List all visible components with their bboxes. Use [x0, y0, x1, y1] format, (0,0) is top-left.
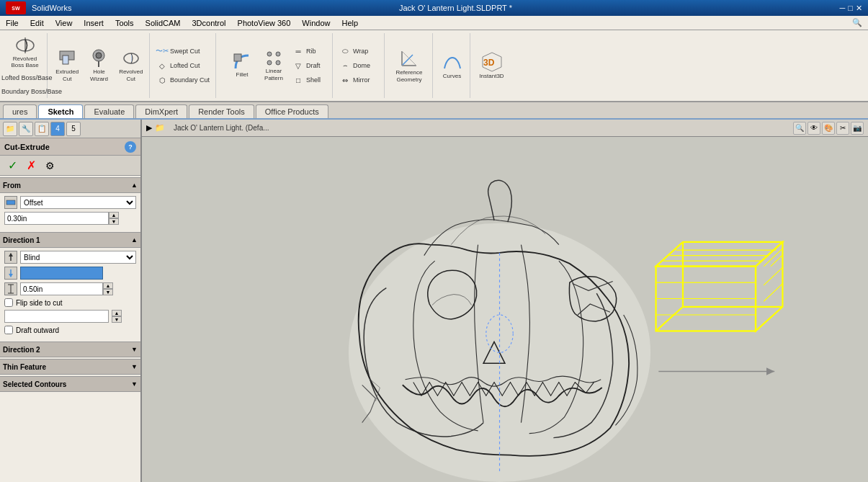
menu-help[interactable]: Help: [336, 17, 364, 29]
ok-button[interactable]: ✓: [4, 158, 20, 174]
menu-tools[interactable]: Tools: [109, 17, 140, 29]
tabs: ures Sketch Evaluate DimXpert Render Too…: [0, 102, 868, 120]
dir1-depth-spin-down[interactable]: ▼: [103, 289, 113, 295]
selected-contours-section[interactable]: Selected Contours ▼: [0, 376, 140, 392]
menu-solidcam[interactable]: SolidCAM: [140, 17, 187, 29]
file-title: Jack O' Lantern Light.SLDPRT *: [399, 4, 512, 12]
lofted-cut-btn[interactable]: ◇ Lofted Cut: [154, 59, 202, 72]
toolbar-group-instant3d: 3D Instant3D: [472, 33, 511, 98]
wrap-btn[interactable]: ⬭ Wrap: [337, 45, 370, 58]
cancel-button[interactable]: ✗: [23, 158, 39, 174]
vp-section-btn[interactable]: ✂: [836, 122, 849, 135]
maximize-btn[interactable]: □: [848, 4, 853, 13]
revolved-cut-btn[interactable]: Revolved Cut: [116, 45, 146, 86]
toolbar: Revolved Boss Base ◈ Lofted Boss/Base ⬡ …: [0, 30, 868, 102]
close-btn[interactable]: ✕: [856, 4, 862, 13]
dome-label: Dome: [353, 62, 370, 69]
from-spin-up[interactable]: ▲: [109, 212, 119, 218]
revolved-boss-btn[interactable]: Revolved Boss Base: [6, 33, 44, 71]
dir1-extra-spin-up[interactable]: ▲: [112, 310, 122, 316]
draft-btn[interactable]: ▽ Draft: [290, 59, 323, 72]
from-type-select[interactable]: Offset Sketch Plane Surface/Face/Plane V…: [20, 196, 136, 209]
hole-wizard-label: Hole Wizard: [85, 68, 112, 82]
viewport-title: Jack O' Lantern Light. (Defa...: [174, 124, 269, 132]
from-value-input[interactable]: 0.30in: [4, 212, 109, 225]
instant3d-btn[interactable]: 3D Instant3D: [473, 40, 511, 91]
menu-extra[interactable]: 🔍: [846, 17, 868, 29]
toolbar-group-cut: Extruded Cut Hole Wizard Revolved Cut: [49, 33, 150, 98]
curves-label: Curves: [443, 73, 461, 80]
dir2-section[interactable]: Direction 2 ▼: [0, 342, 140, 357]
hole-wizard-btn[interactable]: Hole Wizard: [84, 45, 114, 86]
curves-btn[interactable]: Curves: [436, 40, 468, 91]
linear-pattern-btn[interactable]: Linear Pattern: [259, 40, 289, 91]
ft-btn-1[interactable]: 📁: [3, 122, 17, 136]
tab-sketch[interactable]: Sketch: [38, 104, 83, 118]
shell-label: Shell: [306, 76, 321, 84]
dir1-extra-spinner-btns: ▲ ▼: [112, 310, 122, 323]
menu-window[interactable]: Window: [296, 17, 336, 29]
lofted-cut-icon: ◇: [156, 60, 168, 71]
dir1-extra-spin-down[interactable]: ▼: [112, 316, 122, 323]
ft-btn-2[interactable]: 🔧: [19, 122, 33, 136]
shell-btn[interactable]: □ Shell: [290, 73, 323, 86]
ft-btn-4[interactable]: 4: [50, 122, 65, 136]
ft-btn-5[interactable]: 5: [66, 122, 81, 136]
viewport[interactable]: ▶ 📁 Jack O' Lantern Light. (Defa... 🔍 👁 …: [142, 120, 868, 482]
wrap-icon: ⬭: [339, 45, 351, 57]
mirror-btn[interactable]: ⇔ Mirror: [337, 73, 372, 86]
tab-render[interactable]: Render Tools: [189, 104, 254, 118]
dome-btn[interactable]: ⌢ Dome: [337, 59, 372, 72]
dir1-type-select[interactable]: Blind Through All Through All - Both Up …: [20, 251, 136, 264]
fillet-btn[interactable]: Fillet: [227, 40, 257, 91]
from-section-header[interactable]: From ▲: [0, 177, 140, 193]
menu-3dcontrol[interactable]: 3Dcontrol: [186, 17, 231, 29]
svg-rect-3: [63, 55, 68, 64]
wrap-label: Wrap: [353, 48, 368, 55]
selected-contours-chevron: ▼: [131, 380, 138, 388]
solidworks-logo: SW: [6, 1, 26, 14]
menu-file[interactable]: File: [0, 17, 24, 29]
menu-photoview[interactable]: PhotoView 360: [232, 17, 297, 29]
menu-edit[interactable]: Edit: [24, 17, 50, 29]
flip-side-checkbox[interactable]: [4, 298, 13, 307]
lofted-boss-label: Lofted Boss/Base: [1, 74, 53, 81]
tab-office[interactable]: Office Products: [256, 104, 328, 118]
rib-draft-shell-group: ═ Rib ▽ Draft □ Shell: [290, 45, 323, 86]
tab-evaluate[interactable]: Evaluate: [84, 104, 134, 118]
vp-display-btn[interactable]: 🎨: [822, 122, 835, 135]
vp-view-btn[interactable]: 👁: [807, 122, 820, 135]
cut-extrude-header[interactable]: Cut-Extrude ?: [0, 138, 140, 156]
vp-camera-btn[interactable]: 📷: [851, 122, 864, 135]
preview-button[interactable]: ⚙: [42, 158, 58, 174]
menu-view[interactable]: View: [50, 17, 79, 29]
thin-feature-section[interactable]: Thin Feature ▼: [0, 359, 140, 375]
dir1-depth-icon: [4, 282, 17, 295]
tab-features[interactable]: ures: [3, 104, 37, 118]
from-section-content: Offset Sketch Plane Surface/Face/Plane V…: [0, 193, 140, 231]
help-button[interactable]: ?: [125, 141, 136, 153]
ft-btn-3[interactable]: 📋: [35, 122, 49, 136]
from-chevron: ▲: [131, 182, 138, 189]
dir1-depth-spin-up[interactable]: ▲: [103, 282, 113, 289]
dir1-extra-input[interactable]: [4, 310, 109, 323]
draft-outward-checkbox[interactable]: [4, 326, 13, 334]
tab-dimxpert[interactable]: DimXpert: [135, 104, 187, 118]
dir1-type-row: Blind Through All Through All - Both Up …: [4, 251, 136, 264]
from-spin-down[interactable]: ▼: [109, 218, 119, 225]
dir1-reverse-row: [4, 267, 136, 280]
swept-cut-btn[interactable]: 〜✂ Swept Cut: [154, 45, 202, 58]
dir1-section-header[interactable]: Direction 1 ▲: [0, 232, 140, 248]
flip-side-label: Flip side to cut: [16, 299, 62, 307]
reference-geometry-btn[interactable]: Reference Geometry: [388, 40, 431, 91]
rib-btn[interactable]: ═ Rib: [290, 45, 323, 58]
dir1-depth-input[interactable]: 0.50in: [20, 282, 103, 295]
dir1-empty-input-row: ▲ ▼: [4, 310, 136, 323]
boundary-cut-btn[interactable]: ⬡ Boundary Cut: [154, 73, 212, 86]
thin-feature-chevron: ▼: [131, 363, 138, 370]
extruded-cut-btn[interactable]: Extruded Cut: [52, 45, 82, 86]
selected-contours-label: Selected Contours: [3, 380, 66, 388]
vp-zoom-btn[interactable]: 🔍: [793, 122, 806, 135]
minimize-btn[interactable]: ─: [840, 4, 846, 13]
menu-insert[interactable]: Insert: [78, 17, 109, 29]
